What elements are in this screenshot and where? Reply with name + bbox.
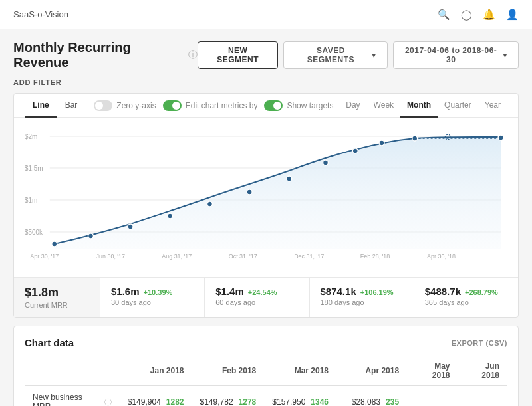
svg-text:$1m: $1m	[25, 197, 37, 204]
search-icon[interactable]: 🔍	[438, 9, 450, 21]
tab-quarter[interactable]: Quarter	[438, 94, 478, 117]
svg-text:$500k: $500k	[25, 229, 43, 236]
mrr-stat-30: $1.6m +10.39% 30 days ago	[100, 278, 205, 317]
row-label-cell: New business MRRⓘ	[25, 386, 120, 407]
cell-main-value: $28,083	[352, 397, 380, 406]
data-card-header: Chart data EXPORT (CSV)	[25, 337, 507, 348]
svg-point-16	[323, 160, 329, 165]
saved-segments-chevron: ▼	[370, 52, 377, 59]
mrr-30-label: 30 days ago	[111, 298, 194, 306]
cell-main-value: $149,782	[200, 397, 233, 406]
page-title-info-icon[interactable]: ⓘ	[188, 49, 198, 61]
show-targets-toggle[interactable]	[264, 100, 283, 111]
svg-text:Oct 31, '17: Oct 31, '17	[229, 253, 257, 260]
notification-icon[interactable]: ◯	[461, 9, 472, 21]
svg-text:$2m: $2m	[25, 133, 37, 140]
chart-tabs: Line Bar Zero y-axis Edit chart metrics …	[14, 94, 518, 118]
cell-main-value: $157,950	[272, 397, 305, 406]
tab-day[interactable]: Day	[339, 94, 366, 117]
mrr-30-change: +10.39%	[144, 288, 173, 296]
page-header: Monthly Recurring Revenue ⓘ NEW SEGMENT …	[13, 40, 519, 70]
date-range-button[interactable]: 2017-04-06 to 2018-06-30 ▼	[393, 41, 519, 69]
top-bar: SaaS-o-Vision 🔍 ◯ 🔔 👤	[0, 0, 532, 29]
edit-chart-toggle[interactable]	[163, 100, 182, 111]
chart-data-title: Chart data	[25, 337, 74, 348]
date-range-chevron: ▼	[502, 52, 509, 59]
mrr-stat-60: $1.4m +24.54% 60 days ago	[205, 278, 309, 317]
svg-point-14	[247, 189, 252, 195]
current-mrr-value: $1.8m	[25, 286, 89, 300]
mrr-180-change: +106.19%	[360, 288, 394, 296]
edit-chart-label: Edit chart metrics by	[186, 101, 258, 110]
toggle-show-targets: Show targets	[264, 100, 333, 111]
mrr-365-change: +268.79%	[465, 288, 498, 296]
table-row: New business MRRⓘ$149,9041282$149,782127…	[25, 386, 507, 407]
export-csv-button[interactable]: EXPORT (CSV)	[452, 339, 507, 347]
row-label-text: New business MRR	[33, 393, 102, 406]
top-bar-icons: 🔍 ◯ 🔔 👤	[438, 9, 519, 21]
svg-point-18	[379, 140, 384, 146]
cell-highlight-value: 1278	[239, 397, 257, 406]
table-cell: $28,083235	[336, 386, 407, 407]
col-header-may: May 2018	[407, 356, 458, 386]
chart-card: Line Bar Zero y-axis Edit chart metrics …	[13, 93, 519, 318]
svg-point-17	[352, 148, 358, 153]
tab-week[interactable]: Week	[367, 94, 400, 117]
col-header-mar: Mar 2018	[264, 356, 336, 386]
zero-yaxis-toggle[interactable]	[94, 100, 112, 111]
saved-segments-button[interactable]: SAVED SEGMENTS ▼	[283, 41, 387, 69]
tab-bar[interactable]: Bar	[57, 94, 86, 118]
current-mrr-label: Current MRR	[25, 301, 89, 309]
mrr-30-value: $1.6m	[111, 286, 140, 297]
brand-name: SaaS-o-Vision	[13, 9, 68, 19]
page-title: Monthly Recurring Revenue	[13, 40, 183, 70]
chart-area: $2m $1.5m $1m $500k	[14, 118, 518, 277]
svg-point-21	[498, 135, 503, 140]
svg-text:Jun 30, '17: Jun 30, '17	[96, 253, 125, 260]
col-header-jun: Jun 2018	[458, 356, 507, 386]
row-info-icon[interactable]: ⓘ	[104, 397, 112, 407]
table-cell: $149,7821278	[192, 386, 265, 407]
table-header-row: Jan 2018 Feb 2018 Mar 2018 Apr 2018 May …	[25, 356, 507, 386]
chart-data-card: Chart data EXPORT (CSV) Jan 2018 Feb 201…	[13, 326, 519, 406]
tab-divider	[88, 100, 88, 111]
table-cell: $149,9041282	[120, 386, 192, 407]
cell-highlight-value: 1282	[166, 397, 184, 406]
table-cell	[407, 386, 458, 407]
tab-year[interactable]: Year	[478, 94, 507, 117]
svg-text:Aug 31, '17: Aug 31, '17	[162, 253, 192, 260]
toggle-edit-chart: Edit chart metrics by	[163, 100, 258, 111]
time-tabs: Day Week Month Quarter Year	[339, 94, 507, 117]
svg-point-11	[128, 224, 133, 229]
mrr-180-label: 180 days ago	[321, 298, 403, 306]
mrr-365-value: $488.7k	[425, 286, 461, 297]
mrr-60-label: 60 days ago	[215, 298, 298, 306]
table-cell: $157,9501346	[264, 386, 336, 407]
table-cell	[458, 386, 507, 407]
chart-data-table: Jan 2018 Feb 2018 Mar 2018 Apr 2018 May …	[25, 356, 507, 406]
cell-main-value: $149,904	[128, 397, 161, 406]
svg-point-15	[287, 176, 292, 181]
zero-yaxis-label: Zero y-axis	[116, 101, 156, 110]
tab-line[interactable]: Line	[25, 94, 57, 118]
chart-svg-container: $2m $1.5m $1m $500k	[25, 126, 507, 272]
chart-svg: $2m $1.5m $1m $500k	[25, 126, 507, 272]
svg-text:$1.5m: $1.5m	[25, 165, 43, 172]
svg-point-10	[88, 233, 93, 239]
user-icon[interactable]: 👤	[506, 9, 519, 21]
add-filter[interactable]: ADD FILTER	[13, 78, 519, 86]
svg-text:Apr 30, '18: Apr 30, '18	[427, 253, 456, 260]
svg-text:Feb 28, '18: Feb 28, '18	[360, 253, 390, 260]
svg-point-19	[412, 136, 418, 141]
svg-point-9	[52, 241, 57, 247]
tab-month[interactable]: Month	[400, 94, 438, 118]
bell-icon[interactable]: 🔔	[483, 9, 495, 21]
new-segment-button[interactable]: NEW SEGMENT	[198, 41, 279, 69]
mrr-stats-row: $1.8m Current MRR $1.6m +10.39% 30 days …	[14, 277, 518, 317]
svg-point-13	[207, 201, 212, 207]
col-header-feb: Feb 2018	[192, 356, 265, 386]
mrr-365-label: 365 days ago	[425, 298, 507, 306]
toggle-zero-yaxis: Zero y-axis	[94, 100, 156, 111]
mrr-stat-180: $874.1k +106.19% 180 days ago	[310, 278, 414, 317]
show-targets-label: Show targets	[287, 101, 333, 110]
